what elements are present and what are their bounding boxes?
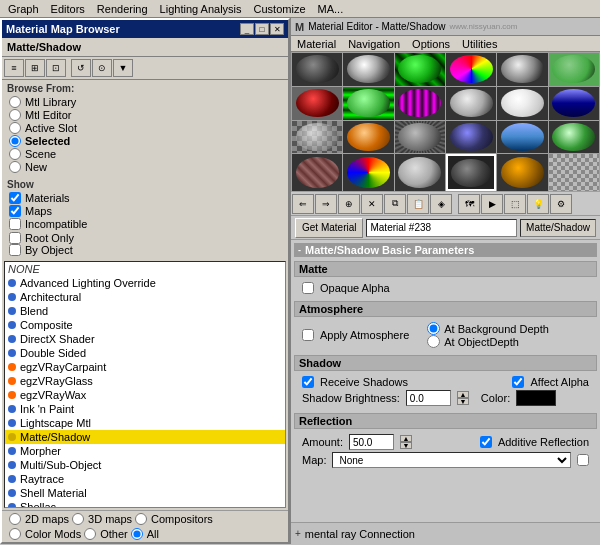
menu-navigation[interactable]: Navigation [342, 38, 406, 50]
list-item[interactable]: DirectX Shader [5, 332, 285, 346]
list-item[interactable]: egzVRayGlass [5, 374, 285, 388]
delete-button[interactable]: ✕ [361, 194, 383, 214]
thumb-11[interactable] [497, 87, 547, 120]
affect-alpha-checkbox[interactable] [512, 376, 524, 388]
thumb-5[interactable] [497, 53, 547, 86]
amount-down[interactable]: ▼ [400, 442, 412, 449]
show-root-only[interactable]: Root Only [9, 232, 283, 244]
thumb-1[interactable] [292, 53, 342, 86]
thumb-3[interactable] [395, 53, 445, 86]
brightness-input[interactable] [406, 390, 451, 406]
collapse-button[interactable]: - [298, 245, 301, 255]
material-name-input[interactable] [366, 219, 517, 237]
at-background-radio[interactable] [427, 322, 440, 335]
options-button[interactable]: ▼ [113, 59, 133, 77]
list-item[interactable]: Double Sided [5, 346, 285, 360]
show-by-object[interactable]: By Object [9, 244, 283, 256]
thumb-14[interactable] [343, 121, 393, 154]
thumb-19[interactable] [292, 154, 342, 191]
list-item[interactable]: Multi/Sub-Object [5, 458, 285, 472]
cat-2d[interactable]: 2D maps [9, 513, 69, 525]
backlight-button[interactable]: 💡 [527, 194, 549, 214]
at-object-radio[interactable] [427, 335, 440, 348]
list-item[interactable]: Composite [5, 318, 285, 332]
browse-mtl-editor[interactable]: Mtl Editor [9, 109, 283, 121]
color-swatch[interactable] [516, 390, 556, 406]
get-material-btn[interactable]: Get Material [295, 218, 363, 238]
menu-material[interactable]: Material [291, 38, 342, 50]
thumb-20[interactable] [343, 154, 393, 191]
select-all-button[interactable]: ⊙ [92, 59, 112, 77]
thumb-18[interactable] [549, 121, 599, 154]
list-item[interactable]: Advanced Lighting Override [5, 276, 285, 290]
browse-scene[interactable]: Scene [9, 148, 283, 160]
map-select[interactable]: None [332, 452, 571, 468]
menu-customize[interactable]: Customize [248, 2, 312, 16]
list-item[interactable]: Lightscape Mtl [5, 416, 285, 430]
refresh-button[interactable]: ↺ [71, 59, 91, 77]
browse-new[interactable]: New [9, 161, 283, 173]
thumb-2[interactable] [343, 53, 393, 86]
thumb-15[interactable] [395, 121, 445, 154]
thumb-13[interactable] [292, 121, 342, 154]
show-incompatible[interactable]: Incompatible [9, 218, 283, 230]
cat-other[interactable]: Other [84, 528, 128, 540]
list-item[interactable]: egzVRayWax [5, 388, 285, 402]
copy-button[interactable]: ⧉ [384, 194, 406, 214]
additive-reflection-checkbox[interactable] [480, 436, 492, 448]
list-item[interactable]: Morpher [5, 444, 285, 458]
thumb-4[interactable] [446, 53, 496, 86]
thumb-21[interactable] [395, 154, 445, 191]
paste-button[interactable]: 📋 [407, 194, 429, 214]
brightness-up[interactable]: ▲ [457, 391, 469, 398]
menu-utilities[interactable]: Utilities [456, 38, 503, 50]
cat-color[interactable]: Color Mods [9, 528, 81, 540]
list-item[interactable]: Raytrace [5, 472, 285, 486]
list-item[interactable]: Shellac [5, 500, 285, 508]
options-2-button[interactable]: ⚙ [550, 194, 572, 214]
thumb-23[interactable] [497, 154, 547, 191]
menu-rendering[interactable]: Rendering [91, 2, 154, 16]
thumb-12[interactable] [549, 87, 599, 120]
background-button[interactable]: ⬚ [504, 194, 526, 214]
show-maps[interactable]: Maps [9, 205, 283, 217]
list-item[interactable]: Ink 'n Paint [5, 402, 285, 416]
list-view-button[interactable]: ≡ [4, 59, 24, 77]
list-item[interactable]: Architectural [5, 290, 285, 304]
thumb-7[interactable] [292, 87, 342, 120]
cat-all[interactable]: All [131, 528, 159, 540]
menu-graph[interactable]: Graph [2, 2, 45, 16]
large-icons-button[interactable]: ⊡ [46, 59, 66, 77]
menu-lighting[interactable]: Lighting Analysis [154, 2, 248, 16]
list-item[interactable]: Blend [5, 304, 285, 318]
put-material-button[interactable]: ⇒ [315, 194, 337, 214]
cat-3d[interactable]: 3D maps [72, 513, 132, 525]
show-end-button[interactable]: ▶ [481, 194, 503, 214]
amount-input[interactable] [349, 434, 394, 450]
small-icons-button[interactable]: ⊞ [25, 59, 45, 77]
amount-up[interactable]: ▲ [400, 435, 412, 442]
minimize-button[interactable]: _ [240, 23, 254, 35]
list-item[interactable]: NONE [5, 262, 285, 276]
browse-mtl-library[interactable]: Mtl Library [9, 96, 283, 108]
close-button[interactable]: ✕ [270, 23, 284, 35]
thumb-24[interactable] [549, 154, 599, 191]
apply-atmosphere-checkbox[interactable] [302, 329, 314, 341]
assign-material-button[interactable]: ⊕ [338, 194, 360, 214]
material-list[interactable]: NONE Advanced Lighting Override Architec… [4, 261, 286, 508]
list-item-selected[interactable]: Matte/Shadow [5, 430, 285, 444]
thumb-9[interactable] [395, 87, 445, 120]
opaque-alpha-checkbox[interactable] [302, 282, 314, 294]
menu-editors[interactable]: Editors [45, 2, 91, 16]
browse-active-slot[interactable]: Active Slot [9, 122, 283, 134]
make-unique-button[interactable]: ◈ [430, 194, 452, 214]
show-materials[interactable]: Materials [9, 192, 283, 204]
receive-shadows-checkbox[interactable] [302, 376, 314, 388]
menu-ma[interactable]: MA... [312, 2, 350, 16]
thumb-17[interactable] [497, 121, 547, 154]
mental-ray-bar[interactable]: + mental ray Connection [291, 522, 600, 544]
brightness-down[interactable]: ▼ [457, 398, 469, 405]
maximize-button[interactable]: □ [255, 23, 269, 35]
thumb-8[interactable] [343, 87, 393, 120]
list-item[interactable]: egzVRayCarpaint [5, 360, 285, 374]
